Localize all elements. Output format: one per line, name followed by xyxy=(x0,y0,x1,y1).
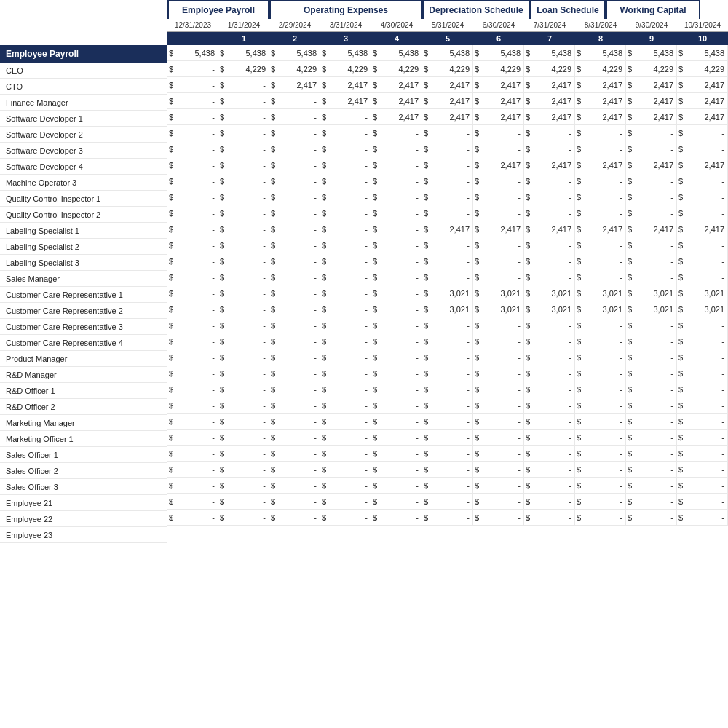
dollar-sign-20-9: $ xyxy=(626,369,636,378)
cell-value-4-2: - xyxy=(280,109,320,124)
data-cell-14-9: $- xyxy=(626,269,677,285)
dollar-sign-11-6: $ xyxy=(473,225,483,234)
cell-value-5-0: - xyxy=(178,125,218,141)
cell-value-5-6: - xyxy=(483,125,524,141)
cell-value-5-8: - xyxy=(585,125,626,141)
dollar-sign-7-7: $ xyxy=(524,161,534,170)
cell-value-11-8: 2,417 xyxy=(585,221,626,237)
cell-value-0-0: 5,438 xyxy=(178,45,218,60)
dollar-sign-20-6: $ xyxy=(473,369,483,378)
dollar-sign-5-6: $ xyxy=(473,129,483,138)
dollar-sign-9-1: $ xyxy=(218,193,229,202)
cell-value-2-9: 2,417 xyxy=(636,77,677,92)
date-cell-0: 12/31/2023 xyxy=(167,19,218,32)
dollar-sign-27-1: $ xyxy=(218,481,229,490)
data-cell-19-4: $- xyxy=(371,349,422,365)
row-label-7: Machine Operator 3 xyxy=(0,175,167,191)
row-label-10: Labeling Specialist 1 xyxy=(0,223,167,239)
cell-value-9-2: - xyxy=(280,189,320,205)
cell-value-23-0: - xyxy=(178,414,218,429)
data-cell-25-10: $- xyxy=(677,446,728,462)
date-cell-8: 8/31/2024 xyxy=(575,19,626,32)
data-cell-12-0: $- xyxy=(167,237,218,253)
cell-value-0-3: 5,438 xyxy=(331,45,371,60)
data-cell-29-2: $- xyxy=(269,510,320,526)
data-cell-29-6: $- xyxy=(473,510,524,526)
data-cell-8-2: $- xyxy=(269,173,320,189)
data-cell-18-9: $- xyxy=(626,333,677,349)
dollar-sign-1-7: $ xyxy=(524,65,534,74)
data-cell-17-2: $- xyxy=(269,317,320,333)
data-cell-4-7: $2,417 xyxy=(524,109,575,125)
cell-value-6-1: - xyxy=(229,141,269,157)
dollar-sign-13-2: $ xyxy=(269,257,280,266)
row-label-5: Software Developer 3 xyxy=(0,143,167,159)
dollar-sign-6-0: $ xyxy=(167,145,178,154)
data-cell-4-1: $- xyxy=(218,109,269,125)
cell-value-13-10: - xyxy=(687,253,728,269)
cell-value-2-6: 2,417 xyxy=(483,77,524,92)
dollar-sign-11-2: $ xyxy=(269,225,280,234)
dollar-sign-8-8: $ xyxy=(575,177,585,186)
data-cell-8-1: $- xyxy=(218,173,269,189)
data-cell-8-10: $- xyxy=(677,173,728,189)
cell-value-1-5: 4,229 xyxy=(432,61,473,76)
data-cell-20-4: $- xyxy=(371,365,422,381)
cell-value-25-8: - xyxy=(585,446,626,461)
cell-value-12-10: - xyxy=(687,237,728,253)
data-cell-20-10: $- xyxy=(677,365,728,381)
data-cell-12-5: $- xyxy=(422,237,473,253)
cell-value-29-7: - xyxy=(534,510,575,525)
data-cell-25-5: $- xyxy=(422,446,473,462)
cell-value-29-9: - xyxy=(636,510,677,525)
data-cell-14-3: $- xyxy=(320,269,371,285)
cell-value-2-2: 2,417 xyxy=(280,77,320,92)
data-cell-12-3: $- xyxy=(320,237,371,253)
cell-value-4-0: - xyxy=(178,109,218,124)
dollar-sign-4-1: $ xyxy=(218,113,229,122)
dollar-sign-20-4: $ xyxy=(371,369,381,378)
dollar-sign-16-1: $ xyxy=(218,305,229,314)
dollar-sign-1-2: $ xyxy=(269,65,280,74)
cell-value-10-0: - xyxy=(178,205,218,221)
data-cell-27-5: $- xyxy=(422,478,473,494)
data-cell-14-4: $- xyxy=(371,269,422,285)
dollar-sign-24-2: $ xyxy=(269,433,280,442)
dollar-sign-28-7: $ xyxy=(524,497,534,506)
cell-value-9-0: - xyxy=(178,189,218,205)
row-label-12: Labeling Specialist 3 xyxy=(0,255,167,271)
data-cell-14-5: $- xyxy=(422,269,473,285)
dollar-sign-23-9: $ xyxy=(626,417,636,426)
data-cell-0-7: $5,438 xyxy=(524,45,575,61)
dollar-sign-18-1: $ xyxy=(218,337,229,346)
dollar-sign-4-0: $ xyxy=(167,113,178,122)
data-cell-20-8: $- xyxy=(575,365,626,381)
dollar-sign-26-2: $ xyxy=(269,465,280,474)
data-cell-16-2: $- xyxy=(269,301,320,317)
cell-value-24-9: - xyxy=(636,430,677,445)
dollar-sign-27-0: $ xyxy=(167,481,178,490)
data-cell-24-7: $- xyxy=(524,430,575,446)
cell-value-10-9: - xyxy=(636,205,677,221)
data-cell-22-5: $- xyxy=(422,397,473,414)
dollar-sign-18-8: $ xyxy=(575,337,585,346)
cell-value-4-4: 2,417 xyxy=(381,109,422,124)
dollar-sign-17-0: $ xyxy=(167,321,178,330)
period-cell-10: 10 xyxy=(677,32,728,45)
period-cell-4: 4 xyxy=(371,32,422,45)
data-cell-5-3: $- xyxy=(320,125,371,141)
data-cell-8-3: $- xyxy=(320,173,371,189)
data-cell-11-6: $2,417 xyxy=(473,221,524,237)
data-cell-2-9: $2,417 xyxy=(626,77,677,93)
cell-value-2-4: 2,417 xyxy=(381,77,422,92)
data-cell-13-8: $- xyxy=(575,253,626,269)
cell-value-17-6: - xyxy=(483,317,524,333)
dollar-sign-5-3: $ xyxy=(320,129,331,138)
data-cell-22-2: $- xyxy=(269,397,320,414)
cell-value-9-1: - xyxy=(229,189,269,205)
dollar-sign-13-9: $ xyxy=(626,257,636,266)
cell-value-11-4: - xyxy=(381,221,422,237)
dollar-sign-10-10: $ xyxy=(677,209,687,218)
data-cell-10-4: $- xyxy=(371,205,422,221)
cell-value-3-0: - xyxy=(178,93,218,108)
